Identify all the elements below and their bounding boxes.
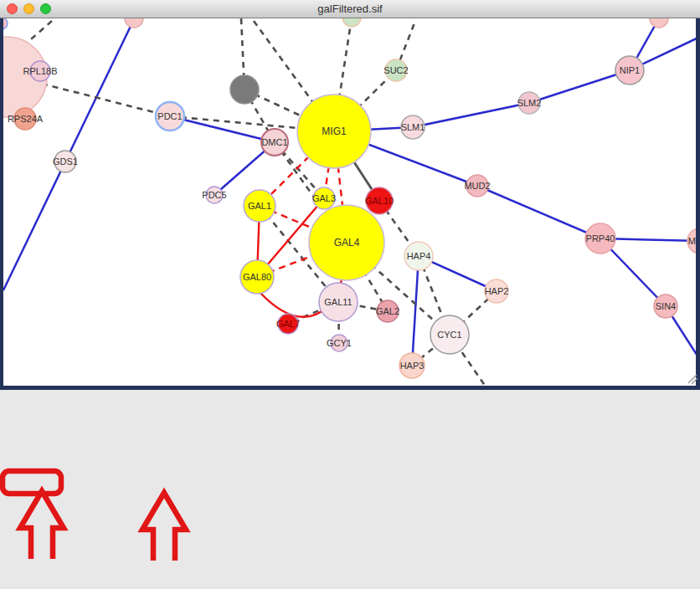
node-label-HAP2: HAP2: [485, 286, 509, 296]
node-label-SLM1: SLM1: [401, 122, 425, 132]
network-window-title: galFiltered.sif: [0, 0, 700, 18]
node-label-PRP40: PRP40: [586, 233, 615, 243]
canvas-background: [0, 18, 700, 387]
node-label-GAL11: GAL11: [324, 297, 352, 307]
node-gray-node[interactable]: [230, 75, 259, 104]
node-label-NIP1: NIP1: [620, 65, 640, 75]
network-window-titlebar[interactable]: galFiltered.sif: [0, 0, 700, 18]
node-label-GAL2: GAL2: [376, 306, 399, 316]
node-label-GAL3: GAL3: [312, 193, 336, 203]
node-label-PDC1: PDC1: [157, 111, 182, 121]
node-label-GDS1: GDS1: [53, 156, 78, 166]
node-label-GAL10: GAL10: [365, 196, 394, 206]
node-label-SLM2: SLM2: [517, 98, 542, 108]
node-label-RPL18B: RPL18B: [23, 66, 58, 76]
node-label-HAP4: HAP4: [407, 251, 431, 261]
node-label-MUD2: MUD2: [464, 181, 490, 191]
node-label-SIN4: SIN4: [656, 301, 676, 311]
node-label-SUC2: SUC2: [383, 65, 408, 75]
node-label-GCY1: GCY1: [327, 338, 352, 348]
node-label-PDC5: PDC5: [202, 190, 226, 200]
canvas-border-right: [696, 18, 700, 390]
node-label-GAL1: GAL1: [248, 201, 271, 211]
node-label-HAP3: HAP3: [400, 361, 425, 371]
node-label-RPS24A: RPS24A: [8, 114, 44, 124]
node-label-CYC1: CYC1: [437, 330, 461, 340]
node-label-GAL4: GAL4: [334, 237, 360, 248]
node-label-DMC1: DMC1: [261, 137, 287, 147]
noa-window: NOA output for Single Mode GO IDT...P-va…: [0, 390, 700, 589]
node-label-MIG1: MIG1: [322, 125, 347, 137]
network-canvas[interactable]: RPL18BRPS24AGDS1PDC1DMC1MIG1SUC2SLM1SLM2…: [0, 18, 700, 390]
node-label-GAL80: GAL80: [243, 272, 271, 282]
canvas-border-left: [0, 18, 3, 390]
node-label-GAL7: GAL7: [276, 319, 300, 329]
